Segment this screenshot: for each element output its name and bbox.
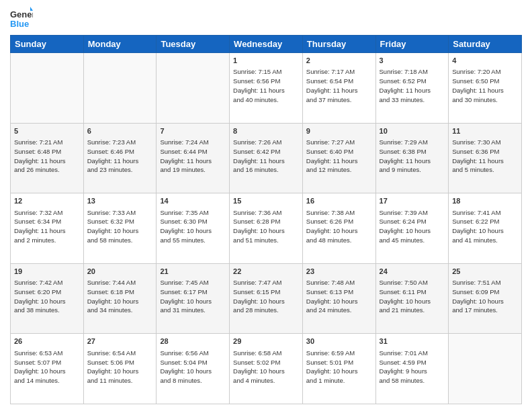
day-number: 21 xyxy=(160,267,226,277)
day-number: 25 xyxy=(452,267,518,277)
svg-text:General: General xyxy=(10,9,33,19)
col-header-saturday: Saturday xyxy=(449,36,522,53)
col-header-tuesday: Tuesday xyxy=(157,36,230,53)
calendar-cell: 1Sunrise: 7:15 AMSunset: 6:56 PMDaylight… xyxy=(230,53,303,124)
header: General Blue xyxy=(10,7,522,30)
calendar-cell: 5Sunrise: 7:21 AMSunset: 6:48 PMDaylight… xyxy=(11,123,84,193)
day-info: Sunrise: 7:01 AMSunset: 4:59 PMDaylight:… xyxy=(380,349,445,385)
day-number: 8 xyxy=(233,126,299,136)
day-number: 27 xyxy=(87,336,153,347)
day-info: Sunrise: 7:50 AMSunset: 6:11 PMDaylight:… xyxy=(380,278,445,315)
calendar-cell xyxy=(157,53,230,124)
day-info: Sunrise: 7:27 AMSunset: 6:40 PMDaylight:… xyxy=(306,138,372,175)
calendar-week-5: 26Sunrise: 6:53 AMSunset: 5:07 PMDayligh… xyxy=(11,334,522,404)
calendar-cell: 16Sunrise: 7:38 AMSunset: 6:26 PMDayligh… xyxy=(302,193,375,264)
day-info: Sunrise: 7:48 AMSunset: 6:13 PMDaylight:… xyxy=(306,278,372,315)
calendar-cell: 23Sunrise: 7:48 AMSunset: 6:13 PMDayligh… xyxy=(302,263,375,334)
day-number: 2 xyxy=(306,56,372,66)
calendar-cell: 15Sunrise: 7:36 AMSunset: 6:28 PMDayligh… xyxy=(230,193,303,264)
day-number: 29 xyxy=(233,336,299,347)
day-info: Sunrise: 7:26 AMSunset: 6:42 PMDaylight:… xyxy=(233,138,299,175)
day-info: Sunrise: 7:36 AMSunset: 6:28 PMDaylight:… xyxy=(233,208,299,245)
day-number: 7 xyxy=(160,126,226,136)
day-number: 1 xyxy=(233,56,299,66)
day-info: Sunrise: 7:30 AMSunset: 6:36 PMDaylight:… xyxy=(452,138,518,175)
calendar-cell: 10Sunrise: 7:29 AMSunset: 6:38 PMDayligh… xyxy=(375,123,449,193)
logo: General Blue xyxy=(10,7,33,30)
calendar-cell: 24Sunrise: 7:50 AMSunset: 6:11 PMDayligh… xyxy=(375,263,449,334)
day-number: 15 xyxy=(233,196,299,206)
calendar-cell: 20Sunrise: 7:44 AMSunset: 6:18 PMDayligh… xyxy=(83,263,157,334)
col-header-sunday: Sunday xyxy=(11,36,84,53)
day-number: 22 xyxy=(233,267,299,277)
col-header-friday: Friday xyxy=(375,36,449,53)
calendar-cell: 9Sunrise: 7:27 AMSunset: 6:40 PMDaylight… xyxy=(302,123,375,193)
calendar-cell xyxy=(449,334,522,404)
calendar-cell: 21Sunrise: 7:45 AMSunset: 6:17 PMDayligh… xyxy=(157,263,230,334)
calendar-cell xyxy=(11,53,84,124)
day-number: 6 xyxy=(87,126,153,136)
day-number: 4 xyxy=(452,56,518,66)
day-info: Sunrise: 7:41 AMSunset: 6:22 PMDaylight:… xyxy=(452,208,518,245)
day-info: Sunrise: 7:51 AMSunset: 6:09 PMDaylight:… xyxy=(452,278,518,315)
calendar-cell: 29Sunrise: 6:58 AMSunset: 5:02 PMDayligh… xyxy=(230,334,303,404)
day-info: Sunrise: 7:18 AMSunset: 6:52 PMDaylight:… xyxy=(380,67,445,104)
calendar-cell: 13Sunrise: 7:33 AMSunset: 6:32 PMDayligh… xyxy=(83,193,157,264)
day-number: 13 xyxy=(87,196,153,206)
col-header-monday: Monday xyxy=(83,36,157,53)
day-number: 17 xyxy=(380,196,445,206)
day-number: 16 xyxy=(306,196,372,206)
day-number: 5 xyxy=(14,126,80,136)
calendar-cell: 7Sunrise: 7:24 AMSunset: 6:44 PMDaylight… xyxy=(157,123,230,193)
calendar-cell: 11Sunrise: 7:30 AMSunset: 6:36 PMDayligh… xyxy=(449,123,522,193)
logo-svg: General Blue xyxy=(10,7,33,30)
day-info: Sunrise: 6:53 AMSunset: 5:07 PMDaylight:… xyxy=(14,349,80,385)
day-info: Sunrise: 7:45 AMSunset: 6:17 PMDaylight:… xyxy=(160,278,226,315)
day-number: 26 xyxy=(14,336,80,347)
day-info: Sunrise: 6:54 AMSunset: 5:06 PMDaylight:… xyxy=(87,349,153,385)
day-info: Sunrise: 7:23 AMSunset: 6:46 PMDaylight:… xyxy=(87,138,153,175)
calendar-week-2: 5Sunrise: 7:21 AMSunset: 6:48 PMDaylight… xyxy=(11,123,522,193)
day-number: 30 xyxy=(306,336,372,347)
day-number: 14 xyxy=(160,196,226,206)
day-info: Sunrise: 7:32 AMSunset: 6:34 PMDaylight:… xyxy=(14,208,80,245)
day-info: Sunrise: 7:29 AMSunset: 6:38 PMDaylight:… xyxy=(380,138,445,175)
day-number: 3 xyxy=(380,56,445,66)
calendar-week-4: 19Sunrise: 7:42 AMSunset: 6:20 PMDayligh… xyxy=(11,263,522,334)
calendar-cell xyxy=(83,53,157,124)
calendar-week-1: 1Sunrise: 7:15 AMSunset: 6:56 PMDaylight… xyxy=(11,53,522,124)
day-number: 19 xyxy=(14,267,80,277)
svg-text:Blue: Blue xyxy=(10,19,29,29)
day-number: 31 xyxy=(380,336,445,347)
col-header-thursday: Thursday xyxy=(302,36,375,53)
day-info: Sunrise: 6:56 AMSunset: 5:04 PMDaylight:… xyxy=(160,349,226,385)
day-info: Sunrise: 6:59 AMSunset: 5:01 PMDaylight:… xyxy=(306,349,372,385)
calendar-cell: 28Sunrise: 6:56 AMSunset: 5:04 PMDayligh… xyxy=(157,334,230,404)
day-number: 11 xyxy=(452,126,518,136)
calendar-cell: 8Sunrise: 7:26 AMSunset: 6:42 PMDaylight… xyxy=(230,123,303,193)
calendar-cell: 26Sunrise: 6:53 AMSunset: 5:07 PMDayligh… xyxy=(11,334,84,404)
calendar-cell: 6Sunrise: 7:23 AMSunset: 6:46 PMDaylight… xyxy=(83,123,157,193)
day-info: Sunrise: 7:39 AMSunset: 6:24 PMDaylight:… xyxy=(380,208,445,245)
calendar-cell: 4Sunrise: 7:20 AMSunset: 6:50 PMDaylight… xyxy=(449,53,522,124)
day-number: 23 xyxy=(306,267,372,277)
calendar-cell: 31Sunrise: 7:01 AMSunset: 4:59 PMDayligh… xyxy=(375,334,449,404)
header-row: SundayMondayTuesdayWednesdayThursdayFrid… xyxy=(11,36,522,53)
calendar-cell: 3Sunrise: 7:18 AMSunset: 6:52 PMDaylight… xyxy=(375,53,449,124)
calendar-cell: 30Sunrise: 6:59 AMSunset: 5:01 PMDayligh… xyxy=(302,334,375,404)
calendar-cell: 22Sunrise: 7:47 AMSunset: 6:15 PMDayligh… xyxy=(230,263,303,334)
col-header-wednesday: Wednesday xyxy=(230,36,303,53)
day-info: Sunrise: 7:47 AMSunset: 6:15 PMDaylight:… xyxy=(233,278,299,315)
day-number: 12 xyxy=(14,196,80,206)
day-info: Sunrise: 7:35 AMSunset: 6:30 PMDaylight:… xyxy=(160,208,226,245)
day-info: Sunrise: 7:17 AMSunset: 6:54 PMDaylight:… xyxy=(306,67,372,104)
day-number: 10 xyxy=(380,126,445,136)
calendar-cell: 14Sunrise: 7:35 AMSunset: 6:30 PMDayligh… xyxy=(157,193,230,264)
day-info: Sunrise: 7:20 AMSunset: 6:50 PMDaylight:… xyxy=(452,67,518,104)
calendar-cell: 25Sunrise: 7:51 AMSunset: 6:09 PMDayligh… xyxy=(449,263,522,334)
day-number: 18 xyxy=(452,196,518,206)
page: General Blue SundayMondayTuesdayWednesda… xyxy=(0,0,532,411)
day-number: 24 xyxy=(380,267,445,277)
day-number: 9 xyxy=(306,126,372,136)
day-info: Sunrise: 6:58 AMSunset: 5:02 PMDaylight:… xyxy=(233,349,299,385)
